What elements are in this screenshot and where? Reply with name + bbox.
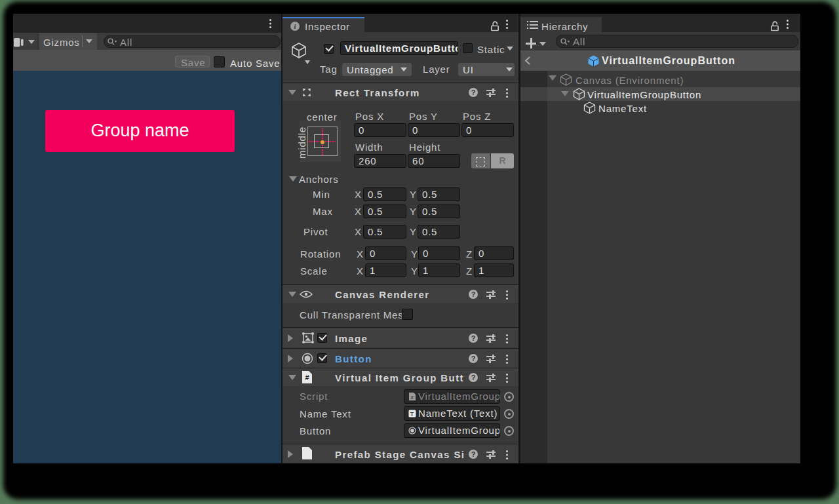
svg-text:#: # bbox=[305, 374, 309, 381]
svg-text:T: T bbox=[410, 411, 414, 417]
svg-text:#: # bbox=[410, 395, 414, 400]
